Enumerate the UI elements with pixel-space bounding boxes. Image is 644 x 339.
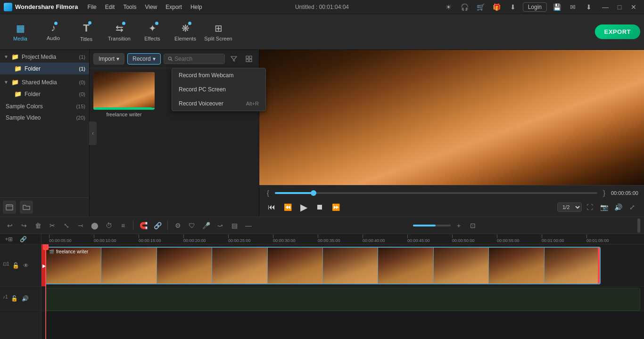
record-button[interactable]: Record ▾ [127,53,161,65]
maximize-button[interactable]: □ [613,0,626,14]
audio-clip[interactable] [45,288,640,311]
zoom-slider[interactable] [413,225,451,226]
split-button[interactable]: ⤙ [74,219,87,232]
menu-file[interactable]: File [83,3,100,11]
fit-to-window-icon[interactable]: ⊡ [467,219,479,232]
close-button[interactable]: ✕ [627,0,640,14]
menu-view[interactable]: View [141,3,161,11]
zoom-in-icon[interactable]: + [453,219,465,232]
sample-colors-row[interactable]: Sample Colors (15) [0,101,89,112]
timeline-main: +⊞ 🔗 ⊡1 🔓 👁 ♪1 🔓 🔊 [0,234,644,339]
filter-button[interactable] [228,53,240,65]
shared-folder-row[interactable]: 📁 Folder (0) [0,88,89,100]
stop-button[interactable]: ⏹ [313,201,326,214]
cut-button[interactable]: ✂ [46,219,58,232]
sample-video-count: (20) [76,115,85,121]
project-media-folder-row[interactable]: 📁 Folder (1) [0,63,89,74]
login-button[interactable]: Login [523,2,547,12]
expand-button[interactable]: ⤢ [626,201,638,213]
mic-icon[interactable]: 🎤 [200,219,212,232]
gift-icon[interactable]: 🎁 [491,1,503,13]
screenshot-button[interactable]: 📷 [598,201,610,213]
shared-media-section: ▼ 📁 Shared Media (0) 📁 Folder (0) [0,75,89,101]
shield-icon[interactable]: 🛡 [186,219,198,232]
bracket-left-button[interactable]: { [265,188,271,198]
track-settings-icon[interactable]: ⚙ [172,219,184,232]
panel-collapse-button[interactable]: ‹ [89,121,97,145]
snap-button[interactable]: 🧲 [137,219,149,232]
export-button[interactable]: EXPORT [595,24,640,39]
menu-tools[interactable]: Tools [119,3,140,11]
toolbar-transition[interactable]: ⇆ Transition [103,16,136,48]
progress-fill [275,192,314,194]
playhead-head[interactable] [43,244,49,250]
marker-button[interactable]: ⬤ [89,219,101,232]
minimize-button[interactable]: — [599,0,612,14]
redo-button[interactable]: ↪ [18,219,30,232]
new-folder-button[interactable] [3,201,16,214]
timer-button[interactable]: ⏱ [103,219,115,232]
extract-icon[interactable]: ⤻ [214,219,226,232]
record-voiceover-item[interactable]: Record Voiceover Alt+R [172,97,265,111]
fullscreen-button[interactable]: ⛶ [584,201,596,213]
video-clip[interactable]: 🎬 freelance writer [45,247,601,284]
toolbar-split-screen[interactable]: ⊞ Split Screen [202,16,235,48]
add-track-button[interactable]: +⊞ [3,234,15,245]
audio-track-label: ♪1 🔓 🔊 [0,287,41,310]
media-item[interactable]: freelance writer [93,72,155,117]
clip-thumb-2 [101,248,157,283]
zoom-track[interactable] [413,225,451,226]
crop-button[interactable]: ⤡ [60,219,73,232]
project-media-row[interactable]: ▼ 📁 Project Media (1) [0,51,89,63]
delete-button[interactable]: 🗑 [32,219,44,232]
audio-mute-button[interactable]: 🔊 [21,294,30,303]
audio-dot [54,22,58,25]
video-eye-button[interactable]: 👁 [22,261,30,270]
shared-media-row[interactable]: ▼ 📁 Shared Media (0) [0,76,89,88]
open-folder-button[interactable] [20,201,33,214]
menu-export[interactable]: Export [162,3,186,11]
titles-dot [88,21,91,24]
play-button[interactable]: ▶ [297,201,310,214]
download-icon[interactable]: ⬇ [507,1,519,13]
search-input[interactable] [174,56,221,62]
cloud-download-icon[interactable]: ⬇ [583,1,595,13]
record-screen-item[interactable]: Record PC Screen [172,82,265,97]
toolbar-effects[interactable]: ✦ Effects [136,16,169,48]
toolbar-audio[interactable]: ♪ Audio [37,16,70,48]
undo-button[interactable]: ↩ [4,219,16,232]
frame-back-button[interactable]: ⏮ [265,201,278,214]
grid-view-button[interactable] [243,53,255,65]
controls-row: ⏮ ⏪ ▶ ⏹ ⏩ 1/2 Full ⛶ 📷 🔊 ⤢ [265,201,638,214]
overlay-button[interactable]: 🔗 [151,219,164,232]
audio-lock-button[interactable]: 🔓 [10,294,19,303]
search-box[interactable] [164,54,225,64]
mail-icon[interactable]: ✉ [567,1,579,13]
ruler-tick [318,234,318,238]
toolbar-titles[interactable]: T Titles [70,16,103,48]
volume-button[interactable]: 🔊 [612,201,624,213]
toolbar-media[interactable]: ▦ Media [4,16,37,48]
cart-icon[interactable]: 🛒 [475,1,487,13]
zoom-out-icon[interactable]: — [242,219,255,232]
progress-track[interactable] [275,192,598,194]
menu-edit[interactable]: Edit [101,3,119,11]
adjust-button[interactable]: ≡ [117,219,129,232]
sample-video-row[interactable]: Sample Video (20) [0,112,89,123]
save-icon[interactable]: 💾 [551,1,563,13]
captions-icon[interactable]: ▤ [228,219,240,232]
link-button[interactable]: 🔗 [17,234,29,245]
ruler-label-9: 00:00:50:00 [452,238,475,243]
step-back-button[interactable]: ⏪ [281,201,294,214]
timeline-resize-handle[interactable] [637,218,640,233]
brightness-icon[interactable]: ☀ [443,1,455,13]
bracket-right-button[interactable]: } [601,188,607,198]
import-button[interactable]: Import ▾ [93,53,124,65]
step-forward-button[interactable]: ⏩ [329,201,342,214]
menu-help[interactable]: Help [187,3,206,11]
video-lock-button[interactable]: 🔓 [11,261,20,270]
quality-select[interactable]: 1/2 Full [557,202,582,212]
headset-icon[interactable]: 🎧 [459,1,471,13]
record-webcam-item[interactable]: Record from Webcam [172,68,265,82]
toolbar-elements[interactable]: ❋ Elements [169,16,202,48]
